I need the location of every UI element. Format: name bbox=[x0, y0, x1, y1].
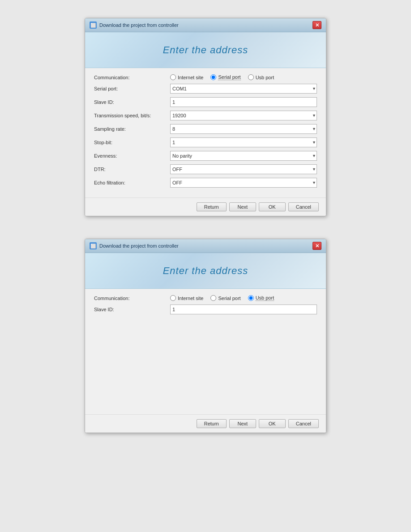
slave-id-input-1[interactable] bbox=[170, 97, 317, 107]
dialog-icon-2: ⬜ bbox=[90, 242, 97, 249]
close-button-1[interactable]: ✕ bbox=[313, 21, 321, 29]
return-button-1[interactable]: Return bbox=[197, 202, 227, 211]
communication-label-1: Communication: bbox=[94, 75, 170, 80]
slave-id-control-2 bbox=[170, 305, 317, 314]
sampling-row: Sampling rate: 4 8 16 32 ▼ bbox=[94, 124, 317, 134]
transmission-control: 9600 19200 38400 57600 115200 ▼ bbox=[170, 111, 317, 120]
slave-id-row-1: Slave ID: bbox=[94, 97, 317, 107]
sampling-control: 4 8 16 32 ▼ bbox=[170, 124, 317, 134]
communication-row-2: Communication: Internet site Serial port… bbox=[94, 295, 317, 301]
serial-port-row: Serial port: COM1 COM2 COM3 COM4 ▼ bbox=[94, 84, 317, 94]
titlebar-1: ⬜ Download the project from controller ✕ bbox=[85, 18, 326, 32]
communication-radio-group-2: Internet site Serial port Usb port bbox=[170, 295, 317, 301]
radio-usb-2[interactable] bbox=[248, 295, 254, 301]
dialog-title-1: Download the project from controller bbox=[99, 22, 179, 28]
echo-row: Echo filtration: OFF ON ▼ bbox=[94, 178, 317, 188]
slave-id-control-1 bbox=[170, 97, 317, 107]
evenness-select[interactable]: No parity Even Odd bbox=[170, 151, 317, 161]
radio-internet-1[interactable] bbox=[170, 74, 176, 80]
radio-usb-label-1[interactable]: Usb port bbox=[248, 74, 274, 80]
titlebar-left-2: ⬜ Download the project from controller bbox=[90, 242, 179, 249]
radio-internet-label-2[interactable]: Internet site bbox=[170, 295, 203, 301]
dialog-body-2: Communication: Internet site Serial port… bbox=[85, 289, 326, 414]
sampling-select[interactable]: 4 8 16 32 bbox=[170, 124, 317, 134]
next-button-1[interactable]: Next bbox=[229, 202, 256, 211]
return-button-2[interactable]: Return bbox=[197, 419, 227, 428]
dialog-footer-2: Return Next OK Cancel bbox=[85, 414, 326, 433]
stopbit-select[interactable]: 1 2 bbox=[170, 137, 317, 147]
transmission-row: Transmission speed, bit/s: 9600 19200 38… bbox=[94, 111, 317, 120]
dtr-control: OFF ON ▼ bbox=[170, 164, 317, 174]
ok-button-2[interactable]: OK bbox=[259, 419, 286, 428]
dtr-label: DTR: bbox=[94, 167, 170, 172]
serial-port-label: Serial port: bbox=[94, 86, 170, 91]
echo-control: OFF ON ▼ bbox=[170, 178, 317, 188]
communication-label-2: Communication: bbox=[94, 296, 170, 301]
serial-port-select-wrap: COM1 COM2 COM3 COM4 ▼ bbox=[170, 84, 317, 94]
radio-serial-label-1[interactable]: Serial port bbox=[210, 74, 240, 80]
dialog-body-1: Communication: Internet site Serial port… bbox=[85, 68, 326, 197]
dialog-icon-1: ⬜ bbox=[90, 21, 97, 29]
dtr-select[interactable]: OFF ON bbox=[170, 164, 317, 174]
echo-select-wrap: OFF ON ▼ bbox=[170, 178, 317, 188]
sampling-select-wrap: 4 8 16 32 ▼ bbox=[170, 124, 317, 134]
header-title-2: Enter the address bbox=[163, 265, 248, 277]
titlebar-left-1: ⬜ Download the project from controller bbox=[90, 21, 179, 29]
transmission-select-wrap: 9600 19200 38400 57600 115200 ▼ bbox=[170, 111, 317, 120]
stopbit-select-wrap: 1 2 ▼ bbox=[170, 137, 317, 147]
evenness-control: No parity Even Odd ▼ bbox=[170, 151, 317, 161]
echo-label: Echo filtration: bbox=[94, 180, 170, 185]
communication-row-1: Communication: Internet site Serial port… bbox=[94, 74, 317, 80]
serial-port-control: COM1 COM2 COM3 COM4 ▼ bbox=[170, 84, 317, 94]
close-button-2[interactable]: ✕ bbox=[313, 242, 321, 250]
slave-id-label-1: Slave ID: bbox=[94, 99, 170, 105]
radio-serial-label-2[interactable]: Serial port bbox=[210, 295, 240, 301]
dialog-1: ⬜ Download the project from controller ✕… bbox=[85, 18, 326, 216]
dtr-row: DTR: OFF ON ▼ bbox=[94, 164, 317, 174]
radio-internet-2[interactable] bbox=[170, 295, 176, 301]
communication-radio-group-1: Internet site Serial port Usb port bbox=[170, 74, 317, 80]
echo-select[interactable]: OFF ON bbox=[170, 178, 317, 188]
transmission-label: Transmission speed, bit/s: bbox=[94, 113, 170, 118]
dialog-2: ⬜ Download the project from controller ✕… bbox=[85, 239, 326, 433]
dialog-header-1: Enter the address bbox=[85, 32, 326, 68]
sampling-label: Sampling rate: bbox=[94, 126, 170, 132]
stopbit-control: 1 2 ▼ bbox=[170, 137, 317, 147]
evenness-row: Evenness: No parity Even Odd ▼ bbox=[94, 151, 317, 161]
stopbit-row: Stop-bit: 1 2 ▼ bbox=[94, 137, 317, 147]
evenness-select-wrap: No parity Even Odd ▼ bbox=[170, 151, 317, 161]
radio-serial-1[interactable] bbox=[210, 74, 216, 80]
dialog-header-2: Enter the address bbox=[85, 253, 326, 289]
slave-id-row-2: Slave ID: bbox=[94, 305, 317, 314]
cancel-button-1[interactable]: Cancel bbox=[288, 202, 319, 211]
transmission-select[interactable]: 9600 19200 38400 57600 115200 bbox=[170, 111, 317, 120]
dtr-select-wrap: OFF ON ▼ bbox=[170, 164, 317, 174]
radio-usb-1[interactable] bbox=[248, 74, 254, 80]
slave-id-label-2: Slave ID: bbox=[94, 307, 170, 312]
next-button-2[interactable]: Next bbox=[229, 419, 256, 428]
dialog-title-2: Download the project from controller bbox=[99, 243, 179, 249]
radio-internet-label-1[interactable]: Internet site bbox=[170, 74, 203, 80]
header-title-1: Enter the address bbox=[163, 44, 248, 56]
titlebar-2: ⬜ Download the project from controller ✕ bbox=[85, 239, 326, 253]
radio-usb-label-2[interactable]: Usb port bbox=[248, 295, 274, 301]
slave-id-input-2[interactable] bbox=[170, 305, 317, 314]
cancel-button-2[interactable]: Cancel bbox=[288, 419, 319, 428]
stopbit-label: Stop-bit: bbox=[94, 140, 170, 145]
serial-port-select[interactable]: COM1 COM2 COM3 COM4 bbox=[170, 84, 317, 94]
ok-button-1[interactable]: OK bbox=[259, 202, 286, 211]
dialog-footer-1: Return Next OK Cancel bbox=[85, 197, 326, 216]
radio-serial-2[interactable] bbox=[210, 295, 216, 301]
evenness-label: Evenness: bbox=[94, 153, 170, 159]
